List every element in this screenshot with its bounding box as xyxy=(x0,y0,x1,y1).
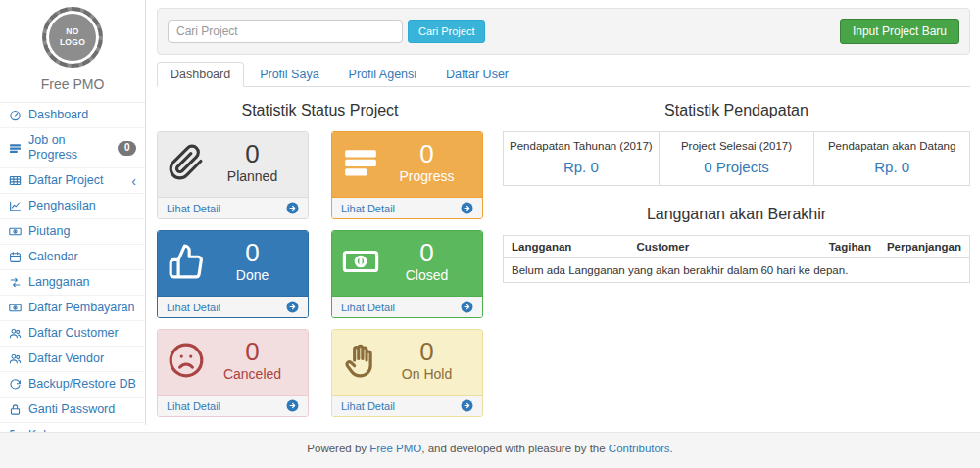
arrow-circle-right-icon[interactable] xyxy=(461,202,473,214)
arrow-circle-right-icon[interactable] xyxy=(286,202,299,214)
income-cell-pendapatan-akan-datang: Pendapatan akan DatangRp. 0 xyxy=(814,132,970,186)
footer-text: Powered by xyxy=(307,443,369,454)
count-badge: 0 xyxy=(118,141,136,156)
sidebar-menu: DashboardJob on Progress0Daftar Project‹… xyxy=(0,102,145,448)
arrow-circle-right-icon[interactable] xyxy=(286,301,299,313)
footer-text: , and developed with pleasure by the xyxy=(421,443,609,454)
tab-profil-saya[interactable]: Profil Saya xyxy=(246,62,332,87)
sidebar-item-label: Job on Progress xyxy=(28,133,111,163)
lihat-detail-link[interactable]: Lihat Detail xyxy=(341,400,395,412)
tab-profil-agensi[interactable]: Profil Agensi xyxy=(335,62,430,87)
money-icon xyxy=(9,225,22,238)
income-value-link[interactable]: Rp. 0 xyxy=(564,159,599,175)
brand-block: NO LOGO Free PMO xyxy=(0,0,145,92)
sidebar-item-daftar-pembayaran[interactable]: Daftar Pembayaran xyxy=(0,296,145,321)
sidebar-item-dashboard[interactable]: Dashboard xyxy=(0,103,145,128)
input-project-baru-button[interactable]: Input Project Baru xyxy=(840,19,959,44)
card-label: Closed xyxy=(379,267,474,283)
income-value-link[interactable]: Rp. 0 xyxy=(874,159,909,175)
column-header-tagihan: Tagihan xyxy=(821,236,879,258)
income-cell-pendapatan-tahunan-2017: Pendapatan Tahunan (2017)Rp. 0 xyxy=(504,132,660,186)
sidebar-item-label: Calendar xyxy=(28,250,78,264)
status-cards-grid: 0PlannedLihat Detail0ProgressLihat Detai… xyxy=(157,131,483,417)
logo-text-line2: LOGO xyxy=(60,37,85,48)
income-stats-table: Pendapatan Tahunan (2017)Rp. 0Project Se… xyxy=(503,131,970,186)
income-section-title: Statistik Pendapatan xyxy=(503,102,970,119)
card-footer: Lihat Detail xyxy=(158,395,308,416)
arrow-circle-right-icon[interactable] xyxy=(461,301,473,313)
income-value-link[interactable]: 0 Projects xyxy=(704,159,769,175)
lihat-detail-link[interactable]: Lihat Detail xyxy=(167,302,220,313)
users-icon xyxy=(9,352,22,365)
lihat-detail-link[interactable]: Lihat Detail xyxy=(341,203,395,214)
thumbs-up-icon xyxy=(168,243,205,280)
sidebar-item-daftar-vendor[interactable]: Daftar Vendor xyxy=(0,347,145,372)
status-card-progress: 0ProgressLihat Detail xyxy=(331,131,483,219)
footer: Powered by Free PMO, and developed with … xyxy=(0,432,980,468)
tachometer-icon xyxy=(9,109,22,121)
lihat-detail-link[interactable]: Lihat Detail xyxy=(341,302,395,313)
card-count: 0 xyxy=(205,240,300,266)
table-row: Belum ada Langganan yang akan berakhir d… xyxy=(504,258,970,283)
card-label: Progress xyxy=(379,168,474,184)
sidebar-item-ganti-password[interactable]: Ganti Password xyxy=(0,398,145,423)
card-count: 0 xyxy=(379,240,474,266)
tab-dashboard[interactable]: Dashboard xyxy=(157,62,244,87)
lihat-detail-link[interactable]: Lihat Detail xyxy=(167,203,220,214)
lihat-detail-link[interactable]: Lihat Detail xyxy=(167,400,220,412)
brand-name: Free PMO xyxy=(0,76,145,92)
calendar-icon xyxy=(9,251,22,263)
tab-bar: DashboardProfil SayaProfil AgensiDaftar … xyxy=(157,62,970,87)
tasks-icon xyxy=(9,142,22,155)
sidebar-item-calendar[interactable]: Calendar xyxy=(0,245,145,270)
tab-daftar-user[interactable]: Daftar User xyxy=(432,62,522,87)
sidebar-item-backup-restore-db[interactable]: Backup/Restore DB xyxy=(0,372,145,398)
arrow-circle-right-icon[interactable] xyxy=(461,399,473,412)
contributors-link[interactable]: Contributors. xyxy=(609,443,673,454)
card-label: Planned xyxy=(205,168,300,184)
no-logo-badge: NO LOGO xyxy=(42,7,103,68)
income-header: Project Selesai (2017) xyxy=(662,140,811,152)
sidebar-item-label: Backup/Restore DB xyxy=(28,377,136,392)
retweet-icon xyxy=(9,276,22,289)
sidebar-item-piutang[interactable]: Piutang xyxy=(0,219,145,245)
money-icon xyxy=(342,243,379,280)
sidebar-item-job-on-progress[interactable]: Job on Progress0 xyxy=(0,128,145,168)
status-section: Statistik Status Project 0PlannedLihat D… xyxy=(157,87,483,417)
income-header: Pendapatan Tahunan (2017) xyxy=(507,140,656,152)
sidebar-item-label: Piutang xyxy=(28,224,70,239)
search-button[interactable]: Cari Project xyxy=(408,20,485,43)
search-input[interactable] xyxy=(168,20,403,43)
card-body: 0Canceled xyxy=(158,330,308,395)
card-count: 0 xyxy=(205,141,300,167)
card-footer: Lihat Detail xyxy=(158,197,308,218)
expiring-subscriptions-table: LanggananCustomerTagihanPerpanjangan Bel… xyxy=(503,235,970,283)
sidebar-item-penghasilan[interactable]: Penghasilan xyxy=(0,194,145,219)
card-footer: Lihat Detail xyxy=(332,197,482,218)
income-section: Statistik Pendapatan Pendapatan Tahunan … xyxy=(503,87,970,417)
search-panel: Cari Project Input Project Baru xyxy=(157,8,970,55)
card-body: 0Closed xyxy=(332,231,482,296)
card-footer: Lihat Detail xyxy=(332,296,482,317)
free-pmo-link[interactable]: Free PMO xyxy=(369,443,421,454)
income-header: Pendapatan akan Datang xyxy=(817,140,966,152)
sidebar-item-langganan[interactable]: Langganan xyxy=(0,270,145,296)
lock-icon xyxy=(9,403,22,416)
sidebar-item-daftar-customer[interactable]: Daftar Customer xyxy=(0,321,145,347)
tasks-icon xyxy=(342,144,379,181)
logo-text-line1: NO xyxy=(60,26,85,37)
sidebar-item-label: Daftar Pembayaran xyxy=(28,301,134,315)
column-header-langganan: Langganan xyxy=(504,236,629,258)
column-header-customer: Customer xyxy=(629,236,821,258)
sidebar-item-label: Langganan xyxy=(28,275,90,290)
arrow-circle-right-icon[interactable] xyxy=(286,399,299,412)
card-label: Done xyxy=(205,267,300,283)
sidebar: NO LOGO Free PMO DashboardJob on Progres… xyxy=(0,0,146,425)
sidebar-item-daftar-project[interactable]: Daftar Project‹ xyxy=(0,168,145,194)
sidebar-item-label: Daftar Project xyxy=(28,173,103,188)
status-card-canceled: 0CanceledLihat Detail xyxy=(157,329,309,417)
sidebar-item-label: Dashboard xyxy=(28,108,88,122)
card-count: 0 xyxy=(205,339,300,365)
empty-subscriptions-message: Belum ada Langganan yang akan berakhir d… xyxy=(504,258,970,283)
sidebar-item-label: Daftar Vendor xyxy=(28,351,104,366)
